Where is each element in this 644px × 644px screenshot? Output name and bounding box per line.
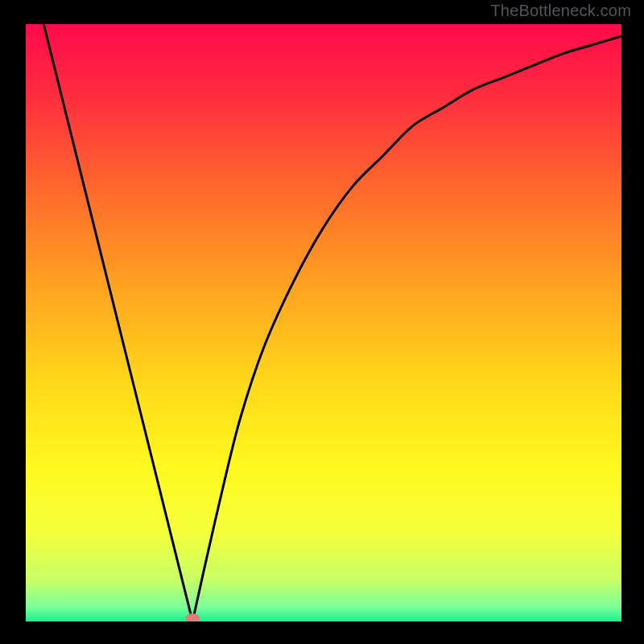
- bottleneck-curve: [43, 24, 621, 621]
- attribution-text: TheBottleneck.com: [490, 2, 631, 20]
- chart-frame: TheBottleneck.com: [0, 0, 644, 644]
- plot-area: [26, 24, 621, 621]
- notch-marker: [185, 613, 200, 621]
- curve-layer: [26, 24, 621, 621]
